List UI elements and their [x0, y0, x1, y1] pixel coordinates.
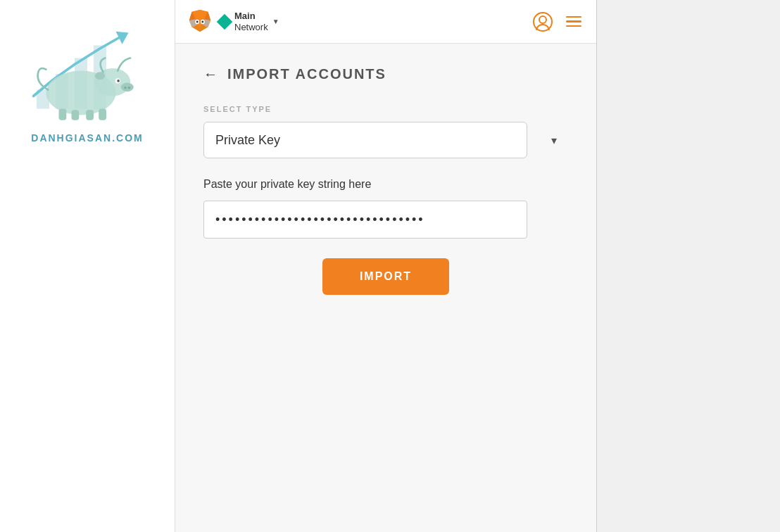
header: Main Network ▼ [175, 0, 596, 44]
svg-rect-15 [86, 110, 94, 120]
svg-rect-14 [72, 110, 80, 120]
select-type-wrapper: Private Key JSON File ▾ [203, 122, 568, 158]
account-circle-icon [532, 11, 553, 32]
hamburger-line-2 [566, 20, 581, 23]
select-chevron-icon: ▾ [551, 134, 557, 147]
svg-point-9 [117, 80, 120, 82]
network-main: Main [234, 11, 268, 22]
logo-area: DANHGIASAN.COM [0, 0, 175, 532]
account-icon-button[interactable] [531, 11, 554, 33]
page-title: IMPORT ACCOUNTS [227, 66, 386, 82]
content-area: ← IMPORT ACCOUNTS SELECT TYPE Private Ke… [175, 44, 596, 532]
hamburger-menu-button[interactable] [562, 11, 585, 33]
svg-point-12 [128, 87, 131, 89]
back-navigation: ← IMPORT ACCOUNTS [203, 66, 568, 82]
header-right [531, 11, 585, 33]
right-filler [597, 0, 780, 532]
svg-rect-16 [99, 109, 106, 120]
site-name: DANHGIASAN.COM [31, 132, 143, 144]
type-select[interactable]: Private Key JSON File [203, 122, 527, 158]
fox-icon [187, 8, 213, 35]
network-sub: Network [234, 22, 268, 33]
network-chevron-icon: ▼ [272, 18, 279, 25]
svg-rect-13 [59, 109, 67, 120]
hamburger-line-1 [566, 16, 581, 18]
import-button[interactable]: IMPORT [322, 258, 449, 295]
metamask-panel: Main Network ▼ [175, 0, 597, 532]
network-text: Main Network [234, 11, 268, 32]
svg-point-28 [201, 20, 203, 23]
back-button[interactable]: ← [203, 66, 218, 82]
svg-point-31 [539, 16, 546, 23]
hamburger-line-3 [566, 25, 581, 27]
svg-point-7 [95, 72, 105, 80]
svg-point-10 [121, 83, 134, 92]
select-type-label: SELECT TYPE [203, 105, 568, 113]
network-diamond-icon [217, 13, 233, 30]
private-key-input[interactable] [203, 201, 527, 239]
input-label: Paste your private key string here [203, 178, 568, 191]
svg-point-11 [124, 87, 127, 89]
svg-point-27 [196, 20, 199, 23]
header-left: Main Network ▼ [187, 8, 279, 35]
network-selector[interactable]: Main Network ▼ [219, 11, 279, 32]
logo-bull-icon [24, 21, 151, 127]
